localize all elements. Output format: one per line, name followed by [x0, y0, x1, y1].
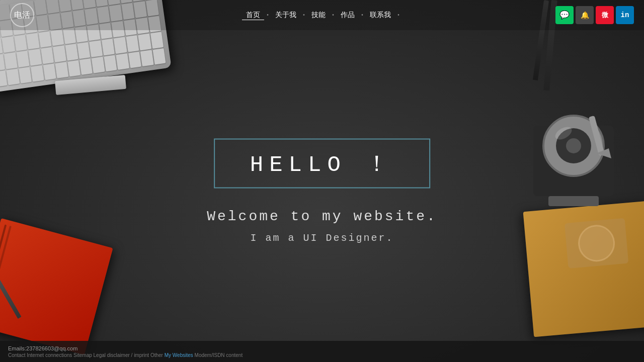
nav-dot-2: •: [300, 13, 307, 18]
notification-button[interactable]: 🔔: [576, 6, 594, 24]
weibo-button[interactable]: 微: [596, 6, 614, 24]
svg-point-3: [566, 138, 581, 153]
weibo-icon: 微: [602, 11, 608, 20]
nav-contact[interactable]: 联系我: [366, 11, 395, 20]
subtitle-text: I am a UI Designer.: [207, 232, 437, 244]
footer-email: Emails:237826603@qq.com: [8, 345, 636, 351]
social-icons: 💬 🔔 微 in: [555, 6, 634, 24]
bell-icon: 🔔: [581, 11, 589, 20]
my-websites-link[interactable]: My Websites: [165, 352, 193, 358]
svg-rect-10: [0, 224, 7, 322]
nav-dot-4: •: [359, 13, 366, 18]
svg-rect-6: [548, 196, 599, 206]
nav-dot-3: •: [330, 13, 337, 18]
tape-dispenser-decoration: [503, 75, 644, 226]
linkedin-button[interactable]: in: [616, 6, 634, 24]
nav-dot-5: •: [395, 13, 402, 18]
footer-links: Contact Internet connections Sitemap Leg…: [8, 352, 636, 358]
nav-about[interactable]: 关于我: [271, 11, 300, 20]
wechat-icon: 💬: [559, 10, 570, 20]
nav-dot-1: •: [264, 13, 271, 18]
footer: Emails:237826603@qq.com Contact Internet…: [0, 341, 644, 362]
logo-text: 电活: [14, 10, 30, 21]
navigation: 首页 • 关于我 • 技能 • 作品 • 联系我 •: [242, 11, 402, 20]
logo[interactable]: 电活: [10, 3, 34, 27]
nav-home[interactable]: 首页: [242, 11, 264, 20]
hello-box: HELLO ！: [214, 139, 430, 189]
hero-section: HELLO ！ Welcome to my website. I am a UI…: [207, 139, 437, 244]
nav-portfolio[interactable]: 作品: [337, 11, 359, 20]
linkedin-icon: in: [621, 11, 629, 19]
hello-heading: HELLO ！: [250, 149, 394, 178]
wechat-button[interactable]: 💬: [555, 6, 574, 24]
header: 电活 首页 • 关于我 • 技能 • 作品 • 联系我 • 💬 🔔 微 in: [0, 0, 644, 30]
footer-links-text: Contact Internet connections Sitemap Leg…: [8, 352, 163, 358]
welcome-text: Welcome to my website.: [207, 209, 437, 224]
nav-skills[interactable]: 技能: [307, 11, 330, 20]
footer-modem-text: Modem/ISDN content: [195, 352, 243, 358]
